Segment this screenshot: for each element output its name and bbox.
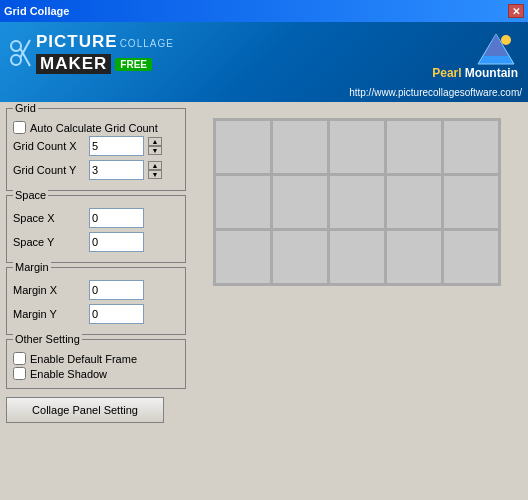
space-x-label: Space X [13, 212, 85, 224]
grid-group-title: Grid [13, 102, 38, 114]
grid-cell [444, 121, 498, 173]
space-group: Space Space X Space Y [6, 195, 186, 263]
grid-cell [273, 121, 327, 173]
enable-shadow-row: Enable Shadow [13, 367, 179, 380]
grid-cell [387, 176, 441, 228]
margin-group: Margin Margin X Margin Y [6, 267, 186, 335]
space-y-label: Space Y [13, 236, 85, 248]
right-panel [192, 108, 522, 494]
grid-count-x-spinner: ▲ ▼ [148, 137, 162, 155]
auto-calculate-row: Auto Calculate Grid Count [13, 121, 179, 134]
grid-cell [330, 231, 384, 283]
grid-cell [387, 231, 441, 283]
scissors-icon [10, 38, 32, 68]
enable-frame-label: Enable Default Frame [30, 353, 137, 365]
pearl-mountain-icon [474, 30, 518, 68]
grid-cell [387, 121, 441, 173]
grid-count-y-label: Grid Count Y [13, 164, 85, 176]
space-x-row: Space X [13, 208, 179, 228]
grid-count-x-input[interactable] [89, 136, 144, 156]
margin-y-input[interactable] [89, 304, 144, 324]
grid-cell [216, 176, 270, 228]
margin-group-title: Margin [13, 261, 51, 273]
auto-calculate-checkbox[interactable] [13, 121, 26, 134]
grid-cell [216, 231, 270, 283]
margin-x-input[interactable] [89, 280, 144, 300]
other-group-title: Other Setting [13, 333, 82, 345]
grid-count-y-spinner: ▲ ▼ [148, 161, 162, 179]
left-panel: Grid Auto Calculate Grid Count Grid Coun… [6, 108, 186, 494]
enable-frame-row: Enable Default Frame [13, 352, 179, 365]
space-x-input[interactable] [89, 208, 144, 228]
grid-count-x-label: Grid Count X [13, 140, 85, 152]
grid-cell [216, 121, 270, 173]
title-bar: Grid Collage ✕ [0, 0, 528, 22]
grid-count-y-row: Grid Count Y ▲ ▼ [13, 160, 179, 180]
other-group: Other Setting Enable Default Frame Enabl… [6, 339, 186, 389]
grid-count-y-input[interactable] [89, 160, 144, 180]
close-button[interactable]: ✕ [508, 4, 524, 18]
margin-x-label: Margin X [13, 284, 85, 296]
grid-count-y-up[interactable]: ▲ [148, 161, 162, 170]
logo-picture: PICTURE [36, 32, 118, 52]
window-title: Grid Collage [4, 5, 69, 17]
brand-pearl: Pearl [432, 66, 461, 80]
svg-point-6 [501, 35, 511, 45]
grid-count-x-down[interactable]: ▼ [148, 146, 162, 155]
auto-calculate-label: Auto Calculate Grid Count [30, 122, 158, 134]
grid-count-y-down[interactable]: ▼ [148, 170, 162, 179]
grid-cell [444, 176, 498, 228]
space-y-input[interactable] [89, 232, 144, 252]
collage-panel-button[interactable]: Collage Panel Setting [6, 397, 164, 423]
header-url: http://www.picturecollagesoftware.com/ [349, 87, 522, 98]
grid-cell [273, 231, 327, 283]
grid-preview [213, 118, 501, 286]
logo-maker: MAKER [36, 54, 111, 74]
brand-logo: Pearl Mountain [432, 30, 518, 80]
svg-point-1 [11, 55, 21, 65]
grid-cell [330, 176, 384, 228]
margin-y-label: Margin Y [13, 308, 85, 320]
grid-count-x-row: Grid Count X ▲ ▼ [13, 136, 179, 156]
brand-mountain: Mountain [465, 66, 518, 80]
grid-group: Grid Auto Calculate Grid Count Grid Coun… [6, 108, 186, 191]
grid-count-x-up[interactable]: ▲ [148, 137, 162, 146]
logo-free: FREE [115, 58, 152, 71]
space-group-title: Space [13, 189, 48, 201]
enable-shadow-checkbox[interactable] [13, 367, 26, 380]
grid-cell [330, 121, 384, 173]
space-y-row: Space Y [13, 232, 179, 252]
margin-x-row: Margin X [13, 280, 179, 300]
grid-cell [444, 231, 498, 283]
margin-y-row: Margin Y [13, 304, 179, 324]
app-header: PICTURE COLLAGE MAKER FREE Pearl Mountai… [0, 22, 528, 102]
enable-shadow-label: Enable Shadow [30, 368, 107, 380]
logo-collage: COLLAGE [120, 38, 174, 49]
app-logo: PICTURE COLLAGE MAKER FREE [10, 32, 174, 74]
enable-frame-checkbox[interactable] [13, 352, 26, 365]
main-content: Grid Auto Calculate Grid Count Grid Coun… [0, 102, 528, 500]
grid-cell [273, 176, 327, 228]
svg-point-0 [11, 41, 21, 51]
